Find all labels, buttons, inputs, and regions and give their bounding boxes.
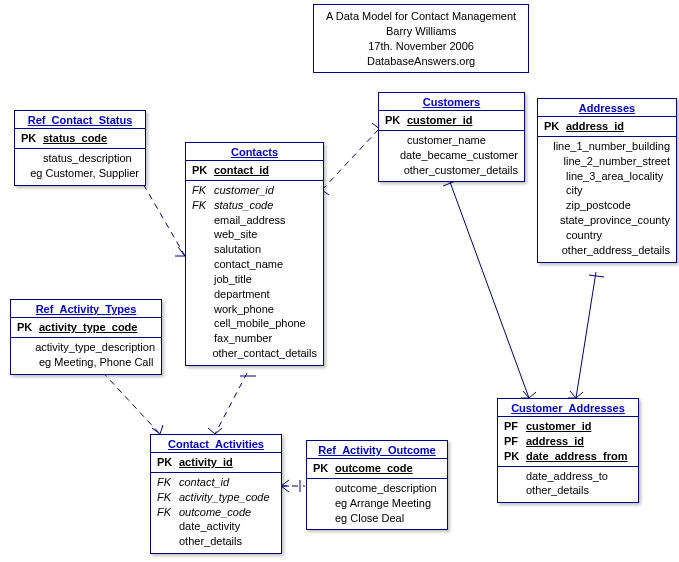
entity-title: Ref_Activity_Outcome — [307, 441, 447, 459]
attribute-name: line_2_number_street — [564, 154, 670, 169]
title-line-4: DatabaseAnswers.org — [326, 54, 516, 69]
attribute-name: web_site — [214, 227, 257, 242]
attribute-name: work_phone — [214, 302, 274, 317]
attribute-name: other_details — [526, 483, 589, 498]
entity-contact-activities: Contact_Activities PKactivity_idFKcontac… — [150, 434, 282, 554]
entity-customer-addresses: Customer_Addresses PFcustomer_idPFaddres… — [497, 398, 639, 503]
entity-attribute-row: zip_postcode — [538, 198, 676, 213]
key-label: PK — [544, 119, 566, 134]
attribute-name: address_id — [566, 119, 624, 134]
attribute-name: date_address_from — [526, 449, 628, 464]
key-label: FK — [192, 198, 214, 213]
attribute-name: status_code — [43, 131, 107, 146]
key-label: PF — [504, 419, 526, 434]
entity-attribute-row: FKcontact_id — [151, 475, 281, 490]
entity-attribute-row: date_address_to — [498, 469, 638, 484]
entity-attribute-row: PKactivity_id — [151, 455, 281, 470]
key-label: PK — [504, 449, 526, 464]
attribute-name: outcome_code — [335, 461, 413, 476]
entity-attribute-row: email_address — [186, 213, 323, 228]
key-label: PK — [313, 461, 335, 476]
key-label: PF — [504, 434, 526, 449]
attribute-name: activity_type_description — [35, 340, 155, 355]
entity-attribute-row: other_customer_details — [379, 163, 524, 178]
entity-attribute-row: job_title — [186, 272, 323, 287]
entity-attribute-row: web_site — [186, 227, 323, 242]
attribute-name: email_address — [214, 213, 286, 228]
entity-attribute-row: eg Arrange Meeting — [307, 496, 447, 511]
attribute-name: activity_type_code — [39, 320, 137, 335]
entity-addresses: Addresses PKaddress_idline_1_number_buil… — [537, 98, 677, 263]
entity-title: Addresses — [538, 99, 676, 117]
entity-title: Contacts — [186, 143, 323, 161]
key-label: PK — [157, 455, 179, 470]
entity-title: Customer_Addresses — [498, 399, 638, 417]
attribute-name: eg Arrange Meeting — [335, 496, 431, 511]
entity-attribute-row: FKoutcome_code — [151, 505, 281, 520]
entity-customers: Customers PKcustomer_idcustomer_namedate… — [378, 92, 525, 182]
attribute-name: department — [214, 287, 270, 302]
entity-attribute-row: department — [186, 287, 323, 302]
title-line-2: Barry Williams — [326, 24, 516, 39]
attribute-name: other_details — [179, 534, 242, 549]
attribute-name: country — [566, 228, 602, 243]
entity-attribute-row: FKstatus_code — [186, 198, 323, 213]
attribute-name: eg Customer, Supplier — [30, 166, 139, 181]
attribute-name: job_title — [214, 272, 252, 287]
attribute-name: status_code — [214, 198, 273, 213]
attribute-name: eg Close Deal — [335, 511, 404, 526]
entity-attribute-row: fax_number — [186, 331, 323, 346]
entity-contacts: Contacts PKcontact_idFKcustomer_idFKstat… — [185, 142, 324, 366]
entity-attribute-row: eg Customer, Supplier — [15, 166, 145, 181]
attribute-name: contact_name — [214, 257, 283, 272]
entity-attribute-row: PKoutcome_code — [307, 461, 447, 476]
entity-attribute-row: status_description — [15, 151, 145, 166]
entity-attribute-row: date_became_customer — [379, 148, 524, 163]
attribute-name: outcome_description — [335, 481, 437, 496]
attribute-name: status_description — [43, 151, 132, 166]
attribute-name: customer_name — [407, 133, 486, 148]
entity-attribute-row: PFaddress_id — [498, 434, 638, 449]
entity-attribute-row: country — [538, 228, 676, 243]
entity-attribute-row: PKdate_address_from — [498, 449, 638, 464]
entity-ref-contact-status: Ref_Contact_Status PKstatus_codestatus_d… — [14, 110, 146, 186]
attribute-name: other_customer_details — [404, 163, 518, 178]
entity-attribute-row: PKactivity_type_code — [11, 320, 161, 335]
diagram-title-box: A Data Model for Contact Management Barr… — [313, 4, 529, 73]
entity-attribute-row: PFcustomer_id — [498, 419, 638, 434]
key-label: PK — [21, 131, 43, 146]
key-label: PK — [192, 163, 214, 178]
key-label: PK — [17, 320, 39, 335]
attribute-name: customer_id — [214, 183, 274, 198]
attribute-name: contact_id — [179, 475, 229, 490]
entity-title: Ref_Activity_Types — [11, 300, 161, 318]
entity-attribute-row: line_3_area_locality — [538, 169, 676, 184]
entity-ref-activity-types: Ref_Activity_Types PKactivity_type_codea… — [10, 299, 162, 375]
entity-attribute-row: city — [538, 183, 676, 198]
entity-attribute-row: line_2_number_street — [538, 154, 676, 169]
attribute-name: zip_postcode — [566, 198, 631, 213]
attribute-name: line_1_number_building — [553, 139, 670, 154]
entity-attribute-row: work_phone — [186, 302, 323, 317]
entity-title: Ref_Contact_Status — [15, 111, 145, 129]
entity-attribute-row: other_address_details — [538, 243, 676, 258]
entity-attribute-row: cell_mobile_phone — [186, 316, 323, 331]
entity-attribute-row: FKactivity_type_code — [151, 490, 281, 505]
entity-attribute-row: PKaddress_id — [538, 119, 676, 134]
attribute-name: line_3_area_locality — [566, 169, 663, 184]
attribute-name: date_activity — [179, 519, 240, 534]
entity-attribute-row: other_details — [151, 534, 281, 549]
entity-attribute-row: activity_type_description — [11, 340, 161, 355]
attribute-name: contact_id — [214, 163, 269, 178]
attribute-name: activity_type_code — [179, 490, 270, 505]
entity-attribute-row: eg Close Deal — [307, 511, 447, 526]
entity-attribute-row: eg Meeting, Phone Call — [11, 355, 161, 370]
entity-title: Contact_Activities — [151, 435, 281, 453]
attribute-name: cell_mobile_phone — [214, 316, 306, 331]
title-line-1: A Data Model for Contact Management — [326, 9, 516, 24]
entity-attribute-row: state_province_county — [538, 213, 676, 228]
attribute-name: outcome_code — [179, 505, 251, 520]
entity-attribute-row: PKcontact_id — [186, 163, 323, 178]
attribute-name: customer_id — [407, 113, 472, 128]
entity-attribute-row: FKcustomer_id — [186, 183, 323, 198]
